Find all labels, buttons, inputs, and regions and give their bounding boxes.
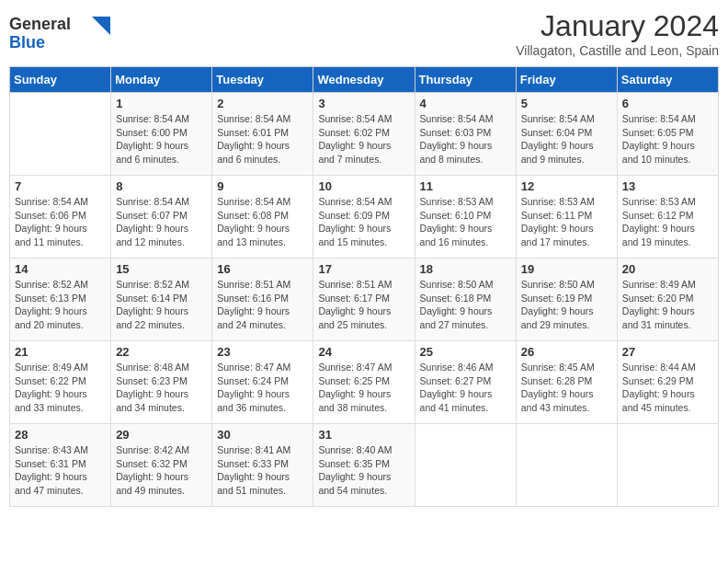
page-header: General Blue January 2024 Villagaton, Ca… (9, 9, 719, 59)
day-number: 22 (116, 345, 207, 359)
calendar-cell (415, 424, 516, 507)
day-info: Sunrise: 8:54 AMSunset: 6:02 PMDaylight:… (318, 112, 409, 167)
day-info: Sunrise: 8:53 AMSunset: 6:11 PMDaylight:… (521, 195, 612, 249)
day-number: 21 (15, 345, 106, 359)
day-number: 30 (217, 428, 308, 442)
calendar-cell: 12Sunrise: 8:53 AMSunset: 6:11 PMDayligh… (516, 176, 617, 259)
header-day-sunday: Sunday (10, 67, 111, 93)
calendar-cell (516, 424, 617, 507)
day-info: Sunrise: 8:54 AMSunset: 6:05 PMDaylight:… (622, 112, 713, 167)
day-info: Sunrise: 8:45 AMSunset: 6:28 PMDaylight:… (521, 361, 612, 415)
day-number: 15 (116, 262, 207, 276)
calendar-cell: 14Sunrise: 8:52 AMSunset: 6:13 PMDayligh… (10, 259, 111, 341)
logo-icon: General Blue (9, 9, 110, 55)
day-info: Sunrise: 8:46 AMSunset: 6:27 PMDaylight:… (420, 361, 511, 415)
header-day-tuesday: Tuesday (212, 67, 313, 93)
calendar-cell: 16Sunrise: 8:51 AMSunset: 6:16 PMDayligh… (212, 259, 313, 341)
header-day-monday: Monday (111, 67, 212, 93)
day-info: Sunrise: 8:53 AMSunset: 6:10 PMDaylight:… (420, 195, 511, 249)
header-day-thursday: Thursday (415, 67, 516, 93)
day-number: 31 (318, 428, 409, 442)
calendar-cell: 8Sunrise: 8:54 AMSunset: 6:07 PMDaylight… (111, 176, 212, 259)
day-number: 24 (318, 345, 409, 359)
calendar-cell: 17Sunrise: 8:51 AMSunset: 6:17 PMDayligh… (313, 259, 415, 341)
calendar-cell: 2Sunrise: 8:54 AMSunset: 6:01 PMDaylight… (212, 93, 313, 176)
day-number: 20 (622, 262, 713, 276)
day-info: Sunrise: 8:49 AMSunset: 6:20 PMDaylight:… (622, 278, 713, 332)
header-day-friday: Friday (516, 67, 617, 93)
calendar-table: SundayMondayTuesdayWednesdayThursdayFrid… (9, 66, 719, 507)
calendar-cell: 5Sunrise: 8:54 AMSunset: 6:04 PMDaylight… (516, 93, 617, 176)
calendar-cell: 10Sunrise: 8:54 AMSunset: 6:09 PMDayligh… (313, 176, 415, 259)
day-number: 23 (217, 345, 308, 359)
day-info: Sunrise: 8:54 AMSunset: 6:06 PMDaylight:… (15, 195, 106, 249)
week-row-3: 21Sunrise: 8:49 AMSunset: 6:22 PMDayligh… (10, 341, 719, 424)
day-number: 8 (116, 179, 207, 193)
calendar-cell: 24Sunrise: 8:47 AMSunset: 6:25 PMDayligh… (313, 341, 415, 424)
calendar-cell (617, 424, 718, 507)
calendar-cell: 6Sunrise: 8:54 AMSunset: 6:05 PMDaylight… (617, 93, 718, 176)
day-number: 12 (521, 179, 612, 193)
calendar-cell: 3Sunrise: 8:54 AMSunset: 6:02 PMDaylight… (313, 93, 415, 176)
day-number: 3 (318, 97, 409, 110)
calendar-cell: 11Sunrise: 8:53 AMSunset: 6:10 PMDayligh… (415, 176, 516, 259)
day-info: Sunrise: 8:42 AMSunset: 6:32 PMDaylight:… (116, 443, 207, 498)
header-row: SundayMondayTuesdayWednesdayThursdayFrid… (10, 67, 719, 93)
calendar-cell: 22Sunrise: 8:48 AMSunset: 6:23 PMDayligh… (111, 341, 212, 424)
day-info: Sunrise: 8:54 AMSunset: 6:07 PMDaylight:… (116, 195, 207, 249)
day-info: Sunrise: 8:54 AMSunset: 6:09 PMDaylight:… (318, 195, 409, 249)
day-number: 18 (420, 262, 511, 276)
calendar-cell: 9Sunrise: 8:54 AMSunset: 6:08 PMDaylight… (212, 176, 313, 259)
day-info: Sunrise: 8:50 AMSunset: 6:18 PMDaylight:… (420, 278, 511, 332)
day-info: Sunrise: 8:52 AMSunset: 6:13 PMDaylight:… (15, 278, 106, 332)
day-info: Sunrise: 8:49 AMSunset: 6:22 PMDaylight:… (15, 361, 106, 415)
calendar-cell: 31Sunrise: 8:40 AMSunset: 6:35 PMDayligh… (313, 424, 415, 507)
day-number: 14 (15, 262, 106, 276)
svg-marker-1 (92, 17, 110, 35)
calendar-cell: 4Sunrise: 8:54 AMSunset: 6:03 PMDaylight… (415, 93, 516, 176)
header-day-wednesday: Wednesday (313, 67, 415, 93)
calendar-cell: 18Sunrise: 8:50 AMSunset: 6:18 PMDayligh… (415, 259, 516, 341)
day-info: Sunrise: 8:50 AMSunset: 6:19 PMDaylight:… (521, 278, 612, 332)
day-number: 26 (521, 345, 612, 359)
day-number: 7 (15, 179, 106, 193)
calendar-cell: 1Sunrise: 8:54 AMSunset: 6:00 PMDaylight… (111, 93, 212, 176)
logo: General Blue (9, 9, 110, 59)
calendar-cell: 29Sunrise: 8:42 AMSunset: 6:32 PMDayligh… (111, 424, 212, 507)
calendar-cell: 7Sunrise: 8:54 AMSunset: 6:06 PMDaylight… (10, 176, 111, 259)
location: Villagaton, Castille and Leon, Spain (516, 43, 719, 58)
day-number: 5 (521, 97, 612, 110)
day-info: Sunrise: 8:51 AMSunset: 6:17 PMDaylight:… (318, 278, 409, 332)
day-info: Sunrise: 8:52 AMSunset: 6:14 PMDaylight:… (116, 278, 207, 332)
title-block: January 2024 Villagaton, Castille and Le… (516, 9, 719, 58)
day-number: 17 (318, 262, 409, 276)
day-number: 11 (420, 179, 511, 193)
day-number: 25 (420, 345, 511, 359)
day-number: 19 (521, 262, 612, 276)
header-day-saturday: Saturday (617, 67, 718, 93)
calendar-cell: 30Sunrise: 8:41 AMSunset: 6:33 PMDayligh… (212, 424, 313, 507)
day-number: 10 (318, 179, 409, 193)
calendar-cell: 13Sunrise: 8:53 AMSunset: 6:12 PMDayligh… (617, 176, 718, 259)
calendar-cell: 26Sunrise: 8:45 AMSunset: 6:28 PMDayligh… (516, 341, 617, 424)
day-info: Sunrise: 8:47 AMSunset: 6:25 PMDaylight:… (318, 361, 409, 415)
day-info: Sunrise: 8:54 AMSunset: 6:00 PMDaylight:… (116, 112, 207, 167)
day-info: Sunrise: 8:53 AMSunset: 6:12 PMDaylight:… (622, 195, 713, 249)
day-info: Sunrise: 8:43 AMSunset: 6:31 PMDaylight:… (15, 443, 106, 498)
svg-text:Blue: Blue (9, 33, 45, 52)
day-info: Sunrise: 8:51 AMSunset: 6:16 PMDaylight:… (217, 278, 308, 332)
svg-text:General: General (9, 15, 71, 33)
day-number: 1 (116, 97, 207, 110)
calendar-cell: 20Sunrise: 8:49 AMSunset: 6:20 PMDayligh… (617, 259, 718, 341)
logo-text-block: General Blue (9, 9, 110, 59)
calendar-cell: 27Sunrise: 8:44 AMSunset: 6:29 PMDayligh… (617, 341, 718, 424)
month-title: January 2024 (516, 9, 719, 43)
week-row-4: 28Sunrise: 8:43 AMSunset: 6:31 PMDayligh… (10, 424, 719, 507)
day-number: 16 (217, 262, 308, 276)
day-number: 4 (420, 97, 511, 110)
calendar-cell: 15Sunrise: 8:52 AMSunset: 6:14 PMDayligh… (111, 259, 212, 341)
calendar-cell: 25Sunrise: 8:46 AMSunset: 6:27 PMDayligh… (415, 341, 516, 424)
calendar-cell: 21Sunrise: 8:49 AMSunset: 6:22 PMDayligh… (10, 341, 111, 424)
day-info: Sunrise: 8:44 AMSunset: 6:29 PMDaylight:… (622, 361, 713, 415)
calendar-cell: 19Sunrise: 8:50 AMSunset: 6:19 PMDayligh… (516, 259, 617, 341)
